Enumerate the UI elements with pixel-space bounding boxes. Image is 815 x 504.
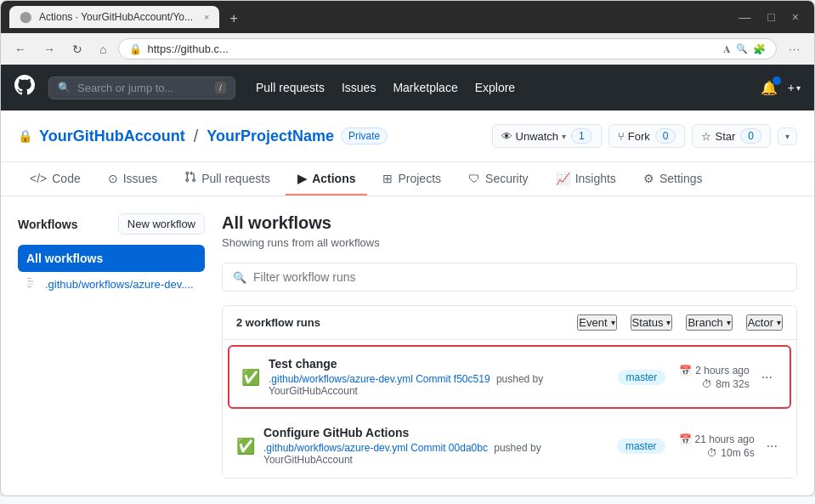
- all-workflows-label: All workflows: [26, 252, 103, 265]
- nav-code[interactable]: </> Code: [18, 162, 93, 195]
- refresh-button[interactable]: ↻: [67, 41, 88, 58]
- sidebar-all-workflows[interactable]: All workflows: [18, 245, 205, 272]
- clock-icon: ⏱: [707, 447, 717, 459]
- active-tab[interactable]: ⬤ Actions · YourGitHubAccount/Yo... ×: [9, 6, 219, 28]
- title-bar: ⬤ Actions · YourGitHubAccount/Yo... × + …: [1, 1, 814, 33]
- nav-explore[interactable]: Explore: [475, 81, 515, 94]
- insights-label: Insights: [575, 172, 616, 185]
- nav-security[interactable]: 🛡 Security: [456, 162, 541, 195]
- runs-count: 2 workflow runs: [236, 316, 320, 329]
- sidebar-workflow-file[interactable]: .github/workflows/azure-dev....: [18, 272, 205, 297]
- page-subtitle: Showing runs from all workflows: [222, 236, 797, 249]
- nav-pull-requests[interactable]: Pull requests: [256, 81, 325, 94]
- star-button[interactable]: ☆ Star 0: [692, 124, 771, 148]
- workflow-runs-table: 2 workflow runs Event ▾ Status ▾ Branch: [222, 305, 797, 479]
- code-label: Code: [52, 172, 80, 185]
- sidebar-header: Workflows New workflow: [18, 213, 205, 235]
- window-controls: — □ ×: [732, 8, 806, 25]
- minimize-button[interactable]: —: [732, 8, 757, 25]
- fork-icon: ⑂: [618, 130, 625, 143]
- issues-label: Issues: [123, 172, 157, 185]
- nav-pull-requests[interactable]: Pull requests: [173, 162, 282, 195]
- fork-count: 0: [655, 128, 676, 144]
- run-branch-badge: master: [617, 439, 665, 454]
- back-button[interactable]: ←: [9, 41, 31, 58]
- new-workflow-button[interactable]: New workflow: [118, 213, 205, 235]
- run-commit-link[interactable]: Commit f50c519: [416, 373, 490, 385]
- more-menu-icon[interactable]: ···: [784, 41, 806, 57]
- star-count: 0: [740, 128, 761, 144]
- run-menu-button[interactable]: ···: [756, 368, 778, 387]
- url-input[interactable]: [147, 42, 718, 55]
- repo-nav: </> Code ⊙ Issues Pull requests ▶ Action…: [1, 162, 814, 196]
- run-commit-link[interactable]: Commit 00da0bc: [410, 442, 488, 454]
- calendar-icon: 📅: [679, 365, 692, 377]
- lock-icon: 🔒: [18, 129, 32, 143]
- nav-insights[interactable]: 📈 Insights: [544, 162, 628, 195]
- actor-filter-button[interactable]: Actor ▾: [746, 314, 783, 331]
- run-details: .github/workflows/azure-dev.yml Commit f…: [269, 373, 618, 397]
- zoom-icon: 🔍: [736, 43, 748, 54]
- status-filter-button[interactable]: Status ▾: [631, 314, 673, 331]
- nav-settings[interactable]: ⚙ Settings: [631, 162, 715, 195]
- maximize-button[interactable]: □: [761, 8, 781, 25]
- run-file-link[interactable]: .github/workflows/azure-dev.yml: [263, 442, 408, 454]
- nav-issues[interactable]: Issues: [342, 81, 376, 94]
- run-name: Configure GitHub Actions: [263, 426, 617, 439]
- table-row[interactable]: ✅ Configure GitHub Actions .github/workf…: [223, 414, 796, 478]
- workflow-file-name: .github/workflows/azure-dev....: [45, 278, 194, 291]
- insights-icon: 📈: [556, 172, 570, 185]
- nav-projects[interactable]: ⊞ Projects: [371, 162, 453, 195]
- settings-label: Settings: [659, 172, 703, 185]
- run-branch-badge: master: [618, 370, 666, 385]
- search-icon: 🔍: [58, 82, 71, 93]
- fork-label: Fork: [628, 130, 650, 143]
- close-button[interactable]: ×: [785, 8, 806, 25]
- star-dropdown-button[interactable]: ▾: [778, 127, 797, 145]
- pr-label: Pull requests: [201, 172, 270, 185]
- search-bar[interactable]: 🔍 Search or jump to... /: [48, 76, 235, 99]
- repo-name-link[interactable]: YourProjectName: [207, 127, 334, 145]
- nav-marketplace[interactable]: Marketplace: [393, 81, 457, 94]
- branch-filter-button[interactable]: Branch ▾: [686, 314, 732, 331]
- slash-badge: /: [215, 82, 226, 93]
- tab-title: Actions · YourGitHubAccount/Yo...: [39, 11, 192, 23]
- dropdown-chevron-icon: ▾: [785, 132, 790, 141]
- pr-icon: [184, 171, 196, 185]
- table-row[interactable]: ✅ Test change .github/workflows/azure-de…: [228, 345, 791, 409]
- forward-button[interactable]: →: [38, 41, 60, 58]
- actor-filter-label: Actor: [748, 316, 773, 329]
- url-bar[interactable]: 🔒 𝐀 🔍 🧩: [118, 38, 777, 59]
- unwatch-button[interactable]: 👁 Unwatch ▾ 1: [492, 124, 602, 148]
- event-filter-button[interactable]: Event ▾: [577, 314, 616, 331]
- tab-close-icon[interactable]: ×: [204, 12, 209, 22]
- repo-owner-link[interactable]: YourGitHubAccount: [39, 127, 185, 145]
- nav-issues[interactable]: ⊙ Issues: [96, 162, 169, 195]
- github-nav: Pull requests Issues Marketplace Explore: [256, 81, 515, 94]
- chevron-down-icon: ▾: [796, 83, 801, 93]
- run-time-ago: 📅 21 hours ago: [679, 433, 755, 445]
- workflow-filter-input[interactable]: [253, 270, 786, 284]
- reader-icon: 𝐀: [723, 43, 731, 55]
- tab-bar: ⬤ Actions · YourGitHubAccount/Yo... × +: [9, 6, 725, 28]
- event-filter-label: Event: [579, 316, 607, 329]
- unwatch-label: Unwatch: [516, 130, 559, 143]
- fork-button[interactable]: ⑂ Fork 0: [608, 124, 686, 148]
- calendar-icon: 📅: [679, 433, 692, 445]
- notifications-bell[interactable]: 🔔: [761, 80, 778, 96]
- github-header: 🔍 Search or jump to... / Pull requests I…: [1, 65, 814, 110]
- home-button[interactable]: ⌂: [94, 41, 111, 58]
- run-time: 📅 2 hours ago ⏱ 8m 32s: [679, 365, 749, 390]
- security-icon: 🛡: [468, 172, 480, 185]
- run-time: 📅 21 hours ago ⏱ 10m 6s: [679, 433, 755, 459]
- new-tab-button[interactable]: +: [223, 9, 244, 28]
- run-file-link[interactable]: .github/workflows/azure-dev.yml: [269, 373, 413, 385]
- create-menu[interactable]: + ▾: [788, 81, 801, 94]
- workflow-file-icon: [26, 277, 38, 292]
- nav-actions[interactable]: ▶ Actions: [286, 162, 367, 195]
- notification-badge: [773, 76, 781, 85]
- actor-filter-chevron: ▾: [777, 318, 781, 327]
- repo-actions: 👁 Unwatch ▾ 1 ⑂ Fork 0 ☆ Star 0 ▾: [492, 124, 797, 148]
- filter-bar[interactable]: 🔍: [222, 263, 797, 292]
- run-menu-button[interactable]: ···: [761, 437, 783, 456]
